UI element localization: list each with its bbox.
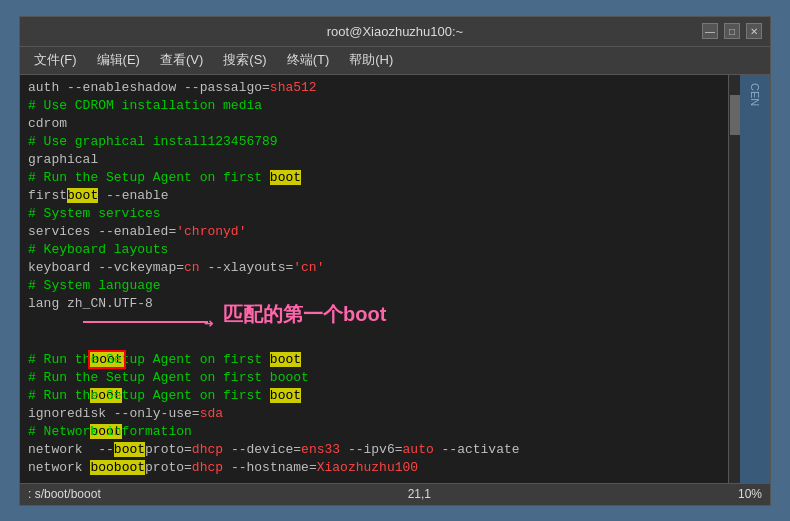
editor-line: # Run the Setup Agent on first boot <box>28 351 720 369</box>
editor-line: firstboot --enable <box>28 187 720 205</box>
annotation-text: 匹配的第一个boot <box>223 305 386 323</box>
window-title: root@Xiaozhuzhu100:~ <box>88 24 702 39</box>
editor-line: services --enabled='chronyd' <box>28 223 720 241</box>
editor-line: keyboard --vckeymap=cn --xlayouts='cn' <box>28 259 720 277</box>
editor-line: # Use CDROM installation media <box>28 97 720 115</box>
editor-line: boot boot boot boot boot <box>28 333 720 351</box>
editor-line: # Keyboard layouts <box>28 241 720 259</box>
editor-area: auth --enableshadow --passalgo=sha512 # … <box>20 75 770 483</box>
menu-help[interactable]: 帮助(H) <box>341 49 401 71</box>
maximize-button[interactable]: □ <box>724 23 740 39</box>
status-position: 21,1 <box>408 487 431 501</box>
menu-view[interactable]: 查看(V) <box>152 49 211 71</box>
editor-line: network --bootproto=dhcp --hostname=Xiao… <box>28 459 720 477</box>
status-percent: 10% <box>738 487 762 501</box>
menu-edit[interactable]: 编辑(E) <box>89 49 148 71</box>
scrollbar-thumb[interactable] <box>730 95 740 135</box>
editor-line: # Use graphical install123456789 <box>28 133 720 151</box>
editor-line: network --bootproto=dhcp --device=ens33 … <box>28 441 720 459</box>
editor-line: # Run the Setup Agent on first boot <box>28 387 720 405</box>
text-editor[interactable]: auth --enableshadow --passalgo=sha512 # … <box>20 75 728 483</box>
editor-line: # Run the Setup Agent on first boot <box>28 169 720 187</box>
right-panel-label: CEN <box>749 83 761 106</box>
menu-terminal[interactable]: 终端(T) <box>279 49 338 71</box>
minimize-button[interactable]: — <box>702 23 718 39</box>
editor-line: graphical <box>28 151 720 169</box>
editor-line: cdrom <box>28 115 720 133</box>
scrollbar[interactable] <box>728 75 740 483</box>
menu-file[interactable]: 文件(F) <box>26 49 85 71</box>
window-controls: — □ ✕ <box>702 23 762 39</box>
menu-search[interactable]: 搜索(S) <box>215 49 274 71</box>
terminal-window: root@Xiaozhuzhu100:~ — □ ✕ 文件(F) 编辑(E) 查… <box>19 16 771 506</box>
close-button[interactable]: ✕ <box>746 23 762 39</box>
status-command: : s/boot/booot <box>28 487 101 501</box>
titlebar: root@Xiaozhuzhu100:~ — □ ✕ <box>20 17 770 47</box>
editor-line: auth --enableshadow --passalgo=sha512 <box>28 79 720 97</box>
editor-line: # Run the Setup Agent on first booot <box>28 369 720 387</box>
right-panel: CEN <box>740 75 770 483</box>
editor-line: ignoredisk --only-use=sda <box>28 405 720 423</box>
editor-line: # System services <box>28 205 720 223</box>
menubar: 文件(F) 编辑(E) 查看(V) 搜索(S) 终端(T) 帮助(H) <box>20 47 770 75</box>
statusbar: : s/boot/booot 21,1 10% <box>20 483 770 505</box>
editor-line: # Network information <box>28 423 720 441</box>
editor-line: # System language <box>28 277 720 295</box>
